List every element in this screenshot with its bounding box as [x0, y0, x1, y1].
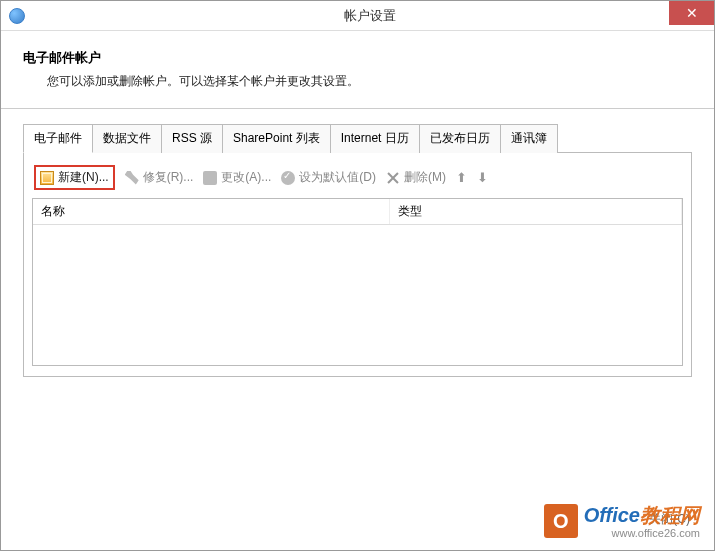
- tab-internet-calendar[interactable]: Internet 日历: [330, 124, 420, 153]
- tab-rss[interactable]: RSS 源: [161, 124, 223, 153]
- table-header: 名称 类型: [33, 199, 682, 225]
- col-name[interactable]: 名称: [33, 199, 390, 224]
- change-button-label: 更改(A)...: [221, 169, 271, 186]
- x-icon: [386, 171, 400, 185]
- footer-area: [23, 381, 692, 521]
- check-icon: [281, 171, 295, 185]
- tab-email[interactable]: 电子邮件: [23, 124, 93, 153]
- tabs: 电子邮件 数据文件 RSS 源 SharePoint 列表 Internet 日…: [23, 123, 692, 153]
- watermark-brand-main: Office: [584, 504, 640, 526]
- content-area: 电子邮件帐户 您可以添加或删除帐户。可以选择某个帐户并更改其设置。 电子邮件 数…: [1, 31, 714, 531]
- setdefault-button[interactable]: 设为默认值(D): [281, 169, 376, 186]
- tab-datafiles[interactable]: 数据文件: [92, 124, 162, 153]
- close-window-button[interactable]: ✕: [669, 1, 714, 25]
- mail-icon: [40, 171, 54, 185]
- arrow-down-icon: ⬇: [477, 170, 488, 185]
- repair-button[interactable]: 修复(R)...: [125, 169, 194, 186]
- tab-sharepoint[interactable]: SharePoint 列表: [222, 124, 331, 153]
- highlight-new-button: 新建(N)...: [34, 165, 115, 190]
- section-description: 您可以添加或删除帐户。可以选择某个帐户并更改其设置。: [47, 73, 692, 90]
- repair-button-label: 修复(R)...: [143, 169, 194, 186]
- section-title: 电子邮件帐户: [23, 49, 692, 67]
- delete-button[interactable]: 删除(M): [386, 169, 446, 186]
- change-button[interactable]: 更改(A)...: [203, 169, 271, 186]
- window-title: 帐户设置: [25, 7, 714, 25]
- delete-button-label: 删除(M): [404, 169, 446, 186]
- col-type[interactable]: 类型: [390, 199, 682, 224]
- toolbar: 新建(N)... 修复(R)... 更改(A)... 设为默认值(D) 删除(M…: [32, 161, 683, 198]
- watermark-brand-suffix: 教程网: [640, 504, 700, 526]
- wrench-icon: [125, 171, 139, 185]
- tab-panel: 新建(N)... 修复(R)... 更改(A)... 设为默认值(D) 删除(M…: [23, 153, 692, 377]
- divider: [1, 108, 714, 109]
- arrow-up-icon: ⬆: [456, 170, 467, 185]
- move-down-button[interactable]: ⬇: [477, 170, 488, 185]
- account-table: 名称 类型: [32, 198, 683, 366]
- new-button[interactable]: 新建(N)...: [40, 169, 109, 186]
- close-icon: ✕: [686, 5, 698, 21]
- watermark-url: www.office26.com: [584, 527, 700, 540]
- new-button-label: 新建(N)...: [58, 169, 109, 186]
- watermark: O Office教程网 www.office26.com: [544, 503, 700, 540]
- tab-addressbook[interactable]: 通讯簿: [500, 124, 558, 153]
- folder-icon: [203, 171, 217, 185]
- watermark-text: Office教程网 www.office26.com: [584, 503, 700, 540]
- setdefault-button-label: 设为默认值(D): [299, 169, 376, 186]
- app-icon: [9, 8, 25, 24]
- move-up-button[interactable]: ⬆: [456, 170, 467, 185]
- watermark-icon: O: [544, 504, 578, 538]
- tab-published-calendar[interactable]: 已发布日历: [419, 124, 501, 153]
- titlebar: 帐户设置 ✕: [1, 1, 714, 31]
